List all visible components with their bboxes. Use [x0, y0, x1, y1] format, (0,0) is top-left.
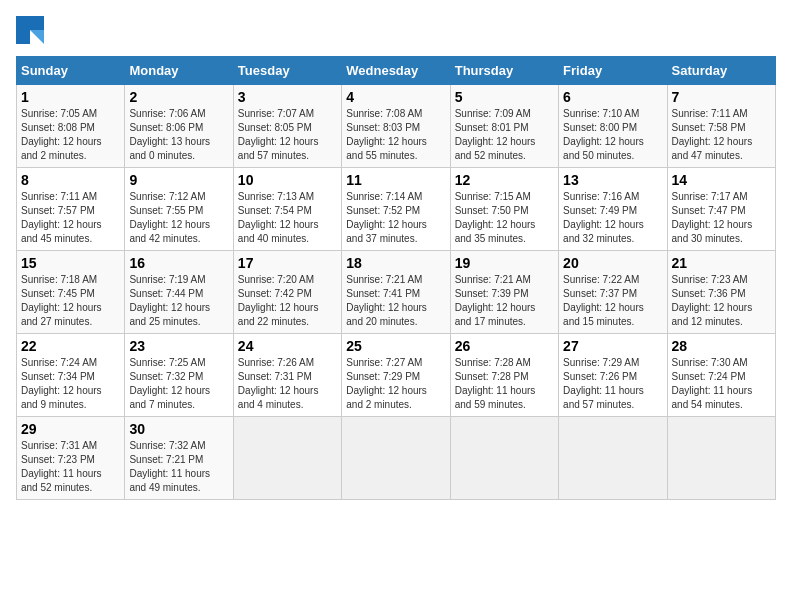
day-number: 15	[21, 255, 120, 271]
day-number: 26	[455, 338, 554, 354]
day-number: 24	[238, 338, 337, 354]
day-info: Sunrise: 7:25 AMSunset: 7:32 PMDaylight:…	[129, 356, 228, 412]
calendar-cell: 26 Sunrise: 7:28 AMSunset: 7:28 PMDaylig…	[450, 334, 558, 417]
day-info: Sunrise: 7:17 AMSunset: 7:47 PMDaylight:…	[672, 190, 771, 246]
calendar-week-row: 15 Sunrise: 7:18 AMSunset: 7:45 PMDaylig…	[17, 251, 776, 334]
day-info: Sunrise: 7:21 AMSunset: 7:41 PMDaylight:…	[346, 273, 445, 329]
day-number: 27	[563, 338, 662, 354]
calendar-cell: 15 Sunrise: 7:18 AMSunset: 7:45 PMDaylig…	[17, 251, 125, 334]
day-number: 14	[672, 172, 771, 188]
calendar-cell: 22 Sunrise: 7:24 AMSunset: 7:34 PMDaylig…	[17, 334, 125, 417]
calendar-cell	[559, 417, 667, 500]
day-number: 3	[238, 89, 337, 105]
day-info: Sunrise: 7:11 AMSunset: 7:57 PMDaylight:…	[21, 190, 120, 246]
calendar-cell	[342, 417, 450, 500]
day-number: 13	[563, 172, 662, 188]
day-number: 30	[129, 421, 228, 437]
logo	[16, 16, 48, 44]
day-number: 10	[238, 172, 337, 188]
calendar-cell: 7 Sunrise: 7:11 AMSunset: 7:58 PMDayligh…	[667, 85, 775, 168]
day-info: Sunrise: 7:29 AMSunset: 7:26 PMDaylight:…	[563, 356, 662, 412]
day-number: 2	[129, 89, 228, 105]
calendar-cell	[233, 417, 341, 500]
weekday-header: Monday	[125, 57, 233, 85]
day-info: Sunrise: 7:12 AMSunset: 7:55 PMDaylight:…	[129, 190, 228, 246]
weekday-header: Tuesday	[233, 57, 341, 85]
day-info: Sunrise: 7:07 AMSunset: 8:05 PMDaylight:…	[238, 107, 337, 163]
logo-icon	[16, 16, 44, 44]
calendar-cell: 28 Sunrise: 7:30 AMSunset: 7:24 PMDaylig…	[667, 334, 775, 417]
calendar-cell: 1 Sunrise: 7:05 AMSunset: 8:08 PMDayligh…	[17, 85, 125, 168]
weekday-header-row: SundayMondayTuesdayWednesdayThursdayFrid…	[17, 57, 776, 85]
calendar-cell: 12 Sunrise: 7:15 AMSunset: 7:50 PMDaylig…	[450, 168, 558, 251]
day-info: Sunrise: 7:21 AMSunset: 7:39 PMDaylight:…	[455, 273, 554, 329]
calendar-cell	[450, 417, 558, 500]
weekday-header: Friday	[559, 57, 667, 85]
calendar-cell: 30 Sunrise: 7:32 AMSunset: 7:21 PMDaylig…	[125, 417, 233, 500]
day-number: 25	[346, 338, 445, 354]
day-info: Sunrise: 7:15 AMSunset: 7:50 PMDaylight:…	[455, 190, 554, 246]
calendar-table: SundayMondayTuesdayWednesdayThursdayFrid…	[16, 56, 776, 500]
day-info: Sunrise: 7:08 AMSunset: 8:03 PMDaylight:…	[346, 107, 445, 163]
day-info: Sunrise: 7:28 AMSunset: 7:28 PMDaylight:…	[455, 356, 554, 412]
calendar-cell: 5 Sunrise: 7:09 AMSunset: 8:01 PMDayligh…	[450, 85, 558, 168]
day-number: 1	[21, 89, 120, 105]
day-number: 16	[129, 255, 228, 271]
day-info: Sunrise: 7:19 AMSunset: 7:44 PMDaylight:…	[129, 273, 228, 329]
calendar-cell: 9 Sunrise: 7:12 AMSunset: 7:55 PMDayligh…	[125, 168, 233, 251]
calendar-cell: 20 Sunrise: 7:22 AMSunset: 7:37 PMDaylig…	[559, 251, 667, 334]
day-info: Sunrise: 7:11 AMSunset: 7:58 PMDaylight:…	[672, 107, 771, 163]
day-info: Sunrise: 7:32 AMSunset: 7:21 PMDaylight:…	[129, 439, 228, 495]
calendar-cell	[667, 417, 775, 500]
svg-rect-1	[30, 16, 44, 30]
calendar-cell: 21 Sunrise: 7:23 AMSunset: 7:36 PMDaylig…	[667, 251, 775, 334]
calendar-cell: 23 Sunrise: 7:25 AMSunset: 7:32 PMDaylig…	[125, 334, 233, 417]
calendar-week-row: 8 Sunrise: 7:11 AMSunset: 7:57 PMDayligh…	[17, 168, 776, 251]
calendar-cell: 19 Sunrise: 7:21 AMSunset: 7:39 PMDaylig…	[450, 251, 558, 334]
calendar-cell: 17 Sunrise: 7:20 AMSunset: 7:42 PMDaylig…	[233, 251, 341, 334]
day-info: Sunrise: 7:27 AMSunset: 7:29 PMDaylight:…	[346, 356, 445, 412]
weekday-header: Saturday	[667, 57, 775, 85]
calendar-cell: 27 Sunrise: 7:29 AMSunset: 7:26 PMDaylig…	[559, 334, 667, 417]
day-info: Sunrise: 7:26 AMSunset: 7:31 PMDaylight:…	[238, 356, 337, 412]
day-info: Sunrise: 7:09 AMSunset: 8:01 PMDaylight:…	[455, 107, 554, 163]
svg-marker-2	[30, 30, 44, 44]
calendar-cell: 2 Sunrise: 7:06 AMSunset: 8:06 PMDayligh…	[125, 85, 233, 168]
day-info: Sunrise: 7:16 AMSunset: 7:49 PMDaylight:…	[563, 190, 662, 246]
calendar-week-row: 22 Sunrise: 7:24 AMSunset: 7:34 PMDaylig…	[17, 334, 776, 417]
day-number: 6	[563, 89, 662, 105]
calendar-week-row: 1 Sunrise: 7:05 AMSunset: 8:08 PMDayligh…	[17, 85, 776, 168]
day-info: Sunrise: 7:06 AMSunset: 8:06 PMDaylight:…	[129, 107, 228, 163]
calendar-cell: 29 Sunrise: 7:31 AMSunset: 7:23 PMDaylig…	[17, 417, 125, 500]
calendar-cell: 11 Sunrise: 7:14 AMSunset: 7:52 PMDaylig…	[342, 168, 450, 251]
day-number: 4	[346, 89, 445, 105]
calendar-cell: 3 Sunrise: 7:07 AMSunset: 8:05 PMDayligh…	[233, 85, 341, 168]
day-number: 5	[455, 89, 554, 105]
day-number: 20	[563, 255, 662, 271]
weekday-header: Thursday	[450, 57, 558, 85]
day-info: Sunrise: 7:31 AMSunset: 7:23 PMDaylight:…	[21, 439, 120, 495]
calendar-cell: 8 Sunrise: 7:11 AMSunset: 7:57 PMDayligh…	[17, 168, 125, 251]
day-number: 19	[455, 255, 554, 271]
day-number: 28	[672, 338, 771, 354]
calendar-cell: 10 Sunrise: 7:13 AMSunset: 7:54 PMDaylig…	[233, 168, 341, 251]
svg-rect-0	[16, 16, 30, 44]
day-number: 8	[21, 172, 120, 188]
day-info: Sunrise: 7:23 AMSunset: 7:36 PMDaylight:…	[672, 273, 771, 329]
day-number: 29	[21, 421, 120, 437]
day-number: 7	[672, 89, 771, 105]
day-number: 21	[672, 255, 771, 271]
day-info: Sunrise: 7:30 AMSunset: 7:24 PMDaylight:…	[672, 356, 771, 412]
calendar-cell: 18 Sunrise: 7:21 AMSunset: 7:41 PMDaylig…	[342, 251, 450, 334]
calendar-cell: 16 Sunrise: 7:19 AMSunset: 7:44 PMDaylig…	[125, 251, 233, 334]
day-number: 22	[21, 338, 120, 354]
calendar-cell: 6 Sunrise: 7:10 AMSunset: 8:00 PMDayligh…	[559, 85, 667, 168]
day-info: Sunrise: 7:22 AMSunset: 7:37 PMDaylight:…	[563, 273, 662, 329]
weekday-header: Wednesday	[342, 57, 450, 85]
calendar-cell: 13 Sunrise: 7:16 AMSunset: 7:49 PMDaylig…	[559, 168, 667, 251]
day-info: Sunrise: 7:24 AMSunset: 7:34 PMDaylight:…	[21, 356, 120, 412]
calendar-cell: 24 Sunrise: 7:26 AMSunset: 7:31 PMDaylig…	[233, 334, 341, 417]
day-info: Sunrise: 7:13 AMSunset: 7:54 PMDaylight:…	[238, 190, 337, 246]
day-number: 18	[346, 255, 445, 271]
calendar-cell: 25 Sunrise: 7:27 AMSunset: 7:29 PMDaylig…	[342, 334, 450, 417]
